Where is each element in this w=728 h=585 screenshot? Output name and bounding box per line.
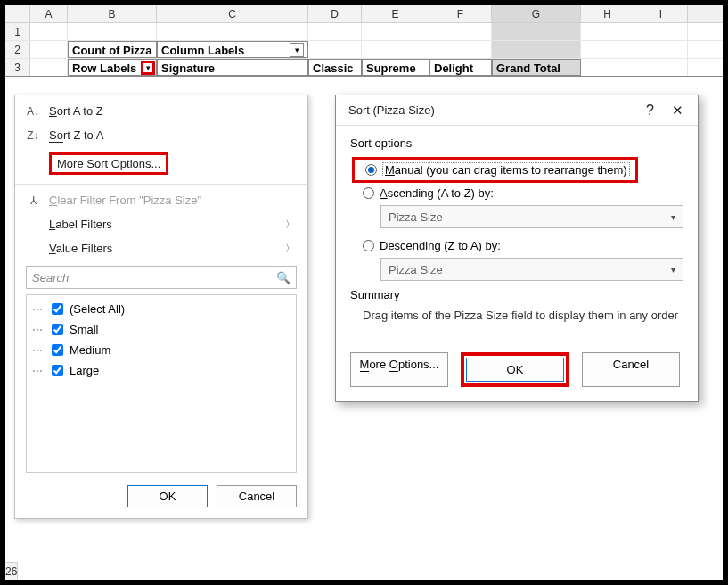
col-header-F[interactable]: F (429, 5, 492, 22)
radio-label: Descending (Z to A) by: (380, 239, 501, 252)
row-header-1[interactable]: 1 (5, 23, 30, 40)
checkbox[interactable] (52, 303, 63, 315)
more-sort-options[interactable]: More Sort Options... (15, 147, 307, 180)
col-header-A[interactable]: A (30, 5, 68, 22)
value-filters[interactable]: Value Filters 〉 (15, 236, 307, 260)
help-button[interactable]: ? (634, 103, 667, 119)
row-2: 2 Count of Pizza Column Labels (5, 41, 723, 59)
chevron-down-icon: ▾ (671, 265, 675, 275)
menu-label: Sort A to Z (49, 104, 103, 118)
search-icon: 🔍 (276, 271, 290, 284)
col-header-H[interactable]: H (581, 5, 634, 22)
row-header-3[interactable]: 3 (5, 59, 30, 76)
pivot-col-grandtotal[interactable]: Grand Total (492, 59, 581, 76)
cell[interactable] (581, 41, 634, 58)
sort-dialog: Sort (Pizza Size) ? ✕ Sort options Manua… (335, 95, 699, 402)
pivot-col-signature[interactable]: Signature (157, 59, 308, 76)
item-label: (Select All) (70, 302, 125, 316)
col-header-E[interactable]: E (362, 5, 429, 22)
sort-z-to-a[interactable]: Z↓ Sort Z to A (15, 123, 307, 147)
radio-icon (363, 187, 374, 199)
filter-menu: A↓ Sort A to Z Z↓ Sort Z to A More Sort … (14, 95, 308, 519)
titlebar: Sort (Pizza Size) ? ✕ (336, 95, 698, 126)
cell[interactable] (492, 23, 581, 40)
ascending-field-combo[interactable]: Pizza Size ▾ (380, 205, 683, 228)
pivot-col-classic[interactable]: Classic (308, 59, 362, 76)
column-labels-dropdown[interactable]: ▾ (290, 43, 304, 57)
col-header-C[interactable]: C (157, 5, 308, 22)
cell[interactable] (308, 41, 362, 58)
radio-icon (365, 164, 377, 176)
col-header-B[interactable]: B (68, 5, 157, 22)
cell[interactable] (362, 41, 429, 58)
dialog-body: Sort options Manual (you can drag items … (336, 126, 698, 352)
cell[interactable] (30, 23, 68, 40)
cell[interactable] (362, 23, 429, 40)
pivot-count-label[interactable]: Count of Pizza (68, 41, 157, 58)
radio-descending[interactable]: Descending (Z to A) by: (350, 235, 683, 256)
select-all-corner[interactable] (5, 5, 30, 22)
ok-button[interactable]: OK (466, 358, 564, 382)
cell[interactable] (68, 23, 157, 40)
filter-item[interactable]: ⋯(Select All) (32, 299, 290, 319)
cell[interactable] (30, 59, 68, 76)
col-header-D[interactable]: D (308, 5, 362, 22)
ok-button[interactable]: OK (127, 485, 208, 507)
pivot-col-supreme[interactable]: Supreme (362, 59, 429, 76)
pivot-col-delight[interactable]: Delight (429, 59, 492, 76)
combo-value: Pizza Size (389, 263, 443, 276)
cell[interactable] (492, 41, 581, 58)
checkbox[interactable] (52, 365, 63, 376)
pivot-column-labels[interactable]: Column Labels (157, 41, 308, 58)
col-header-I[interactable]: I (634, 5, 688, 22)
cell[interactable] (157, 23, 308, 40)
cancel-button[interactable]: Cancel (582, 352, 680, 387)
cell[interactable] (634, 41, 688, 58)
filter-items-tree[interactable]: ⋯(Select All) ⋯Small ⋯Medium ⋯Large (26, 294, 297, 473)
chevron-right-icon: 〉 (285, 218, 295, 231)
descending-field-combo[interactable]: Pizza Size ▾ (380, 258, 683, 281)
cancel-button[interactable]: Cancel (217, 485, 297, 507)
row-header-2[interactable]: 2 (5, 41, 30, 58)
col-header-G[interactable]: G (492, 5, 581, 22)
cell[interactable] (429, 23, 492, 40)
item-label: Small (70, 323, 99, 336)
dialog-buttons: More Options... OK Cancel (336, 352, 698, 401)
filter-item[interactable]: ⋯Medium (32, 340, 290, 360)
cell[interactable] (581, 59, 634, 76)
close-button[interactable]: ✕ (667, 103, 689, 119)
cell[interactable] (308, 23, 362, 40)
sort-az-icon: A↓ (24, 105, 42, 118)
checkbox[interactable] (52, 324, 63, 335)
cell[interactable] (581, 23, 634, 40)
checkbox[interactable] (52, 344, 63, 356)
chevron-down-icon: ▾ (671, 212, 675, 222)
spreadsheet: A B C D E F G H I 1 2 Count of Pizza C (5, 5, 723, 77)
column-headers: A B C D E F G H I (5, 5, 723, 23)
chevron-right-icon: 〉 (285, 242, 295, 255)
app-frame: A B C D E F G H I 1 2 Count of Pizza C (0, 0, 728, 585)
search-input[interactable]: Search 🔍 (26, 266, 297, 289)
menu-label: Value Filters (49, 242, 112, 255)
row-labels-dropdown[interactable]: ▾ (141, 61, 155, 75)
row-26: 26 (5, 562, 18, 580)
item-label: Large (70, 364, 99, 377)
cell[interactable] (429, 41, 492, 58)
search-placeholder: Search (32, 271, 69, 284)
menu-label: Clear Filter From "Pizza Size" (49, 194, 201, 207)
filter-item[interactable]: ⋯Small (32, 319, 290, 340)
filter-item[interactable]: ⋯Large (32, 360, 290, 381)
radio-ascending[interactable]: Ascending (A to Z) by: (350, 183, 683, 203)
cell[interactable] (634, 23, 688, 40)
label-filters[interactable]: Label Filters 〉 (15, 212, 307, 236)
row-3: 3 Row Labels Signature Classic Supreme D… (5, 59, 723, 77)
radio-manual[interactable]: Manual (you can drag items to rearrange … (352, 157, 638, 183)
more-options-button[interactable]: More Options... (350, 352, 448, 387)
cell[interactable] (634, 59, 688, 76)
sort-a-to-z[interactable]: A↓ Sort A to Z (15, 99, 307, 123)
menu-label: More Sort Options... (49, 152, 168, 175)
row-header-26[interactable]: 26 (5, 562, 18, 580)
filter-menu-buttons: OK Cancel (15, 478, 307, 515)
radio-icon (363, 240, 374, 251)
cell[interactable] (30, 41, 68, 58)
